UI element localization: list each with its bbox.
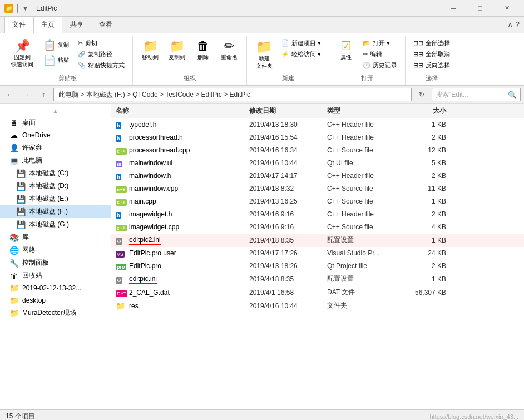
file-size-0: 1 KB [406,121,451,129]
col-header-type[interactable]: 类型 [323,106,406,116]
sidebar-item-label-8: 本地磁盘 (G:) [29,220,69,229]
history-button[interactable]: 🕐 历史记录 [359,60,401,71]
sidebar-item-13[interactable]: 📁2019-02-12-13-32... [0,282,111,294]
col-header-size[interactable]: 大小 [406,106,451,116]
delete-button[interactable]: 🗑 删除 [191,38,215,63]
file-row[interactable]: c++ imagewidget.cpp 2019/4/16 9:16 C++ S… [111,221,524,234]
file-label-13: 2_CAL_G.dat [129,289,170,297]
tab-share[interactable]: 共享 [62,17,91,33]
select-all-button[interactable]: ⊞⊞ 全部选择 [410,38,453,48]
ribbon-help-btn[interactable]: ? [515,20,520,29]
file-row[interactable]: 📁 res 2019/4/16 10:44 文件夹 [111,299,524,313]
ribbon-collapse-btn[interactable]: ∧ [507,20,513,29]
paste-button[interactable]: 📄 粘贴 [39,53,73,67]
sidebar-item-9[interactable]: 📚库 [0,231,111,244]
sidebar-item-label-3: 此电脑 [22,156,42,165]
new-item-button[interactable]: 📄 新建项目 ▾ [278,38,324,48]
sidebar-item-6[interactable]: 💾本地磁盘 (E:) [0,192,111,205]
file-label-6: main.cpp [129,197,156,205]
file-row[interactable]: ⚙ editpic.ini 2019/4/18 8:35 配置设置 1 KB [111,273,524,286]
edit-button[interactable]: ✏ 编辑 [359,49,401,60]
sidebar-item-2[interactable]: 👤许家雍 [0,141,111,154]
refresh-button[interactable]: ↻ [415,88,428,101]
tab-view[interactable]: 查看 [91,17,120,33]
file-row[interactable]: pro EditPic.pro 2019/4/13 18:26 Qt Proje… [111,260,524,273]
cut-button[interactable]: ✂ 剪切 [75,38,128,48]
file-row[interactable]: ⚙ editpic2.ini 2019/4/18 8:35 配置设置 1 KB [111,234,524,247]
file-size-13: 56,307 KB [406,289,451,297]
file-row[interactable]: ui mainwindow.ui 2019/4/16 10:44 Qt UI f… [111,157,524,170]
search-icon[interactable]: 🔍 [508,91,517,99]
maximize-button[interactable]: □ [467,0,493,17]
back-button[interactable]: ← [3,88,17,101]
close-button[interactable]: ✕ [494,0,520,17]
open-col: 📂 打开 ▾ ✏ 编辑 🕐 历史记录 [359,38,401,71]
file-name-0: h typedef.h [111,120,245,129]
file-icon-9: ⚙ [116,236,126,245]
sidebar-item-11[interactable]: 🔧控制面板 [0,256,111,269]
open-button[interactable]: 📂 打开 ▾ [359,38,401,48]
file-row[interactable]: h mainwindow.h 2019/4/17 14:17 C++ Heade… [111,170,524,182]
title-bar: 📁 ▼ EditPic ─ □ ✕ [0,0,524,17]
sidebar-item-0[interactable]: 🖥桌面 [0,116,111,129]
address-bar[interactable]: 此电脑 > 本地磁盘 (F:) > QTCode > TestCode > Ed… [53,88,412,101]
ribbon: 📌 固定到快速访问 📋 复制 📄 粘贴 ✂ 剪切 🔗 [0,33,524,86]
clipboard-col: 📋 复制 📄 粘贴 [39,38,73,67]
copy-path-button[interactable]: 🔗 复制路径 [75,49,128,60]
sidebar-item-5[interactable]: 💾本地磁盘 (D:) [0,180,111,192]
forward-button[interactable]: → [20,88,33,101]
invert-select-icon: ⊞⊟ [413,62,423,69]
file-name-8: c++ imagewidget.cpp [111,223,245,231]
ribbon-section-organize: 📁 移动到 📁 复制到 🗑 删除 ✏ 重命名 组织 [133,36,247,85]
sidebar-item-4[interactable]: 💾本地磁盘 (C:) [0,167,111,180]
file-date-5: 2019/4/18 8:32 [245,185,323,192]
file-row[interactable]: c++ mainwindow.cpp 2019/4/18 8:32 C++ So… [111,182,524,195]
file-date-8: 2019/4/16 9:16 [245,223,323,231]
paste-shortcut-button[interactable]: 📎 粘贴快捷方式 [75,60,128,71]
rename-button[interactable]: ✏ 重命名 [216,38,242,63]
copy-to-button[interactable]: 📁 复制到 [164,38,190,63]
sidebar-item-label-14: desktop [22,297,46,304]
file-row[interactable]: DAT 2_CAL_G.dat 2019/4/1 16:58 DAT 文件 56… [111,286,524,299]
pin-quick-access-button[interactable]: 📌 固定到快速访问 [7,38,38,70]
sidebar-item-1[interactable]: ☁OneDrive [0,129,111,141]
invert-select-button[interactable]: ⊞⊟ 反向选择 [410,60,453,71]
sidebar-item-14[interactable]: 📁desktop [0,294,111,307]
new-folder-button[interactable]: 📁 新建文件夹 [251,38,277,72]
tab-file[interactable]: 文件 [4,17,33,33]
address-path: 此电脑 > 本地磁盘 (F:) > QTCode > TestCode > Ed… [58,90,250,100]
sidebar-item-3[interactable]: 💻此电脑 [0,154,111,167]
minimize-button[interactable]: ─ [441,0,466,17]
sidebar-item-label-13: 2019-02-12-13-32... [22,284,81,292]
col-header-date[interactable]: 修改日期 [245,106,323,116]
easy-access-button[interactable]: ⚡ 轻松访问 ▾ [278,49,324,60]
tab-home[interactable]: 主页 [33,17,62,33]
clipboard-extra-col: ✂ 剪切 🔗 复制路径 📎 粘贴快捷方式 [75,38,128,71]
col-header-name[interactable]: 名称 [111,106,245,116]
file-row[interactable]: c++ main.cpp 2019/4/13 16:25 C++ Source … [111,195,524,208]
file-row[interactable]: c++ processorthread.cpp 2019/4/16 16:34 … [111,144,524,157]
ribbon-section-new: 📁 新建文件夹 📄 新建项目 ▾ ⚡ 轻松访问 ▾ 新建 [247,36,329,85]
sidebar-item-label-10: 网络 [22,245,36,255]
sidebar-item-10[interactable]: 🌐网络 [0,244,111,256]
move-to-button[interactable]: 📁 移动到 [137,38,163,63]
file-type-2: C++ Source file [323,146,406,154]
file-row[interactable]: h imagewidget.h 2019/4/16 9:16 C++ Heade… [111,208,524,221]
organize-buttons: 📁 移动到 📁 复制到 🗑 删除 ✏ 重命名 [137,38,242,72]
search-bar[interactable]: 搜索"Edit... 🔍 [432,88,521,101]
invert-select-label: 反向选择 [426,61,450,70]
item-count: 15 个项目 [6,412,35,420]
sidebar-item-7[interactable]: 💾本地磁盘 (F:) [0,205,111,218]
sidebar-item-15[interactable]: 📁MuraDetector现场 [0,307,111,319]
file-row[interactable]: VS EditPic.pro.user 2019/4/17 17:26 Visu… [111,247,524,260]
sidebar-item-12[interactable]: 🗑回收站 [0,269,111,282]
up-button[interactable]: ↑ [37,88,50,101]
copy-button[interactable]: 📋 复制 [39,38,73,52]
file-row[interactable]: h processorthread.h 2019/4/16 15:54 C++ … [111,131,524,144]
file-row[interactable]: h typedef.h 2019/4/13 18:30 C++ Header f… [111,118,524,131]
deselect-all-button[interactable]: ⊟⊟ 全部取消 [410,49,453,60]
sidebar-item-8[interactable]: 💾本地磁盘 (G:) [0,218,111,231]
properties-button[interactable]: ☑ 属性 [334,38,358,63]
open-label: 打开 [334,72,401,85]
file-name-5: c++ mainwindow.cpp [111,184,245,193]
